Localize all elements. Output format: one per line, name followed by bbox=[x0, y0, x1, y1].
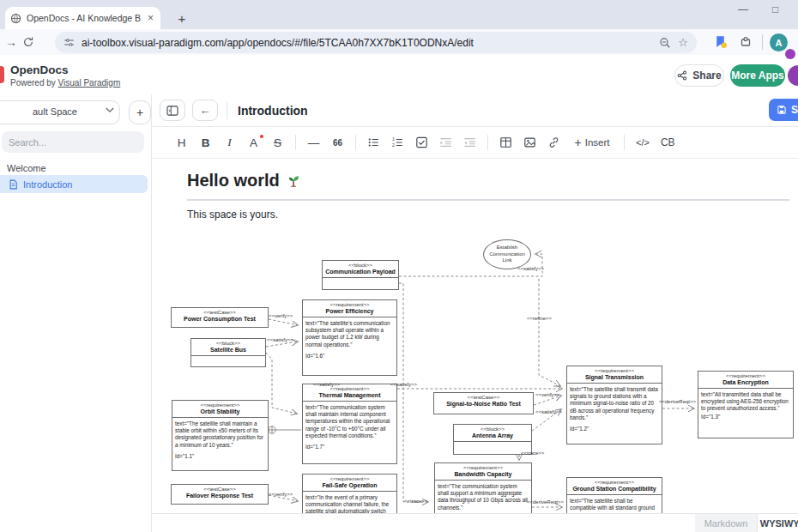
edge-label-satisfy: <<satisfy>> bbox=[517, 266, 544, 271]
save-icon bbox=[777, 105, 787, 115]
edge-label-satisfy: <<satisfy>> bbox=[535, 409, 562, 414]
favicon-globe-icon bbox=[10, 13, 21, 24]
app-header: OpenDocs Powered by Visual Paradigm Shar… bbox=[0, 55, 798, 95]
node-signal-to-noise-ratio-test: <<testCase>>Signal-to-Noise Ratio Test bbox=[433, 392, 534, 414]
edge-label-satisfy: <<satisfy>> bbox=[390, 382, 417, 387]
node-communication-payload: <<block>>Communication Payload bbox=[322, 260, 399, 290]
color-dot bbox=[260, 135, 263, 138]
divider bbox=[355, 135, 356, 150]
node-bandwidth-capacity: <<requirement>>Bandwidth Capacity text="… bbox=[434, 462, 532, 513]
editor-toolbar: H B I A S — 66 12 bbox=[152, 127, 798, 159]
sidebar-section-welcome: Welcome bbox=[7, 163, 46, 173]
node-thermal-management: <<requirement>>Thermal Management text="… bbox=[302, 384, 397, 464]
share-button[interactable]: Share bbox=[674, 64, 724, 87]
edge-label-verify: <<verify>> bbox=[269, 492, 293, 497]
italic-button[interactable]: I bbox=[223, 136, 236, 149]
outdent-button[interactable] bbox=[463, 136, 476, 148]
table-button[interactable] bbox=[499, 136, 512, 148]
edge-label-satisfy: <<satisfy>> bbox=[267, 337, 293, 342]
heading-button[interactable]: H bbox=[175, 136, 188, 149]
bold-button[interactable]: B bbox=[199, 136, 212, 149]
node-signal-transmission: <<requirement>>Signal Transmission text=… bbox=[566, 366, 662, 444]
reload-button[interactable] bbox=[22, 36, 45, 48]
zoom-out-icon[interactable] bbox=[659, 37, 671, 49]
bullet-list-button[interactable] bbox=[367, 136, 380, 148]
browser-window: OpenDocs - AI Knowledge Base × + — □ → a… bbox=[0, 0, 798, 532]
edge-label-verify: <<verify>> bbox=[535, 392, 559, 397]
node-power-efficiency: <<requirement>>Power Efficiency text="Th… bbox=[302, 299, 397, 376]
numbered-list-button[interactable]: 12 bbox=[391, 136, 404, 148]
node-failover-response-test: <<testCase>>Failover Response Test bbox=[171, 484, 269, 505]
forward-button[interactable]: → bbox=[0, 35, 22, 49]
user-avatar[interactable] bbox=[788, 65, 798, 86]
url-text: ai-toolbox.visual-paradigm.com/app/opend… bbox=[82, 37, 652, 49]
code-button[interactable]: </> bbox=[636, 137, 650, 148]
editor-header: ← Introduction Save bbox=[152, 94, 798, 127]
new-tab-button[interactable]: + bbox=[172, 8, 192, 28]
save-button[interactable]: Save bbox=[769, 99, 798, 121]
tab-wysiwyg[interactable]: WYSIWYG bbox=[758, 514, 798, 532]
powered-by: Powered by Visual Paradigm bbox=[10, 78, 120, 88]
app-logo bbox=[0, 66, 4, 83]
insert-button[interactable]: + Insert bbox=[571, 136, 613, 149]
site-info-icon[interactable] bbox=[63, 37, 75, 48]
edge-label-verify: <<verify>> bbox=[269, 313, 293, 318]
node-satellite-bus: <<block>>Satellite Bus bbox=[190, 338, 266, 367]
edge-label-trace: <<trace>> bbox=[521, 450, 544, 456]
browser-profile-avatar[interactable]: A bbox=[770, 33, 788, 51]
search-input[interactable] bbox=[2, 131, 144, 153]
more-apps-button[interactable]: More Apps bbox=[730, 64, 785, 87]
sidebar: ault Space + Welcome Introduction bbox=[0, 94, 152, 532]
visual-paradigm-link[interactable]: Visual Paradigm bbox=[58, 78, 121, 88]
tab-markdown[interactable]: Markdown bbox=[695, 514, 758, 532]
browser-tab[interactable]: OpenDocs - AI Knowledge Base × bbox=[5, 7, 160, 29]
toolbar-divider bbox=[762, 34, 763, 50]
horizontal-rule-button[interactable]: — bbox=[307, 136, 320, 149]
strikethrough-button[interactable]: S bbox=[271, 136, 284, 149]
svg-text:1: 1 bbox=[392, 136, 395, 142]
edge-label-derivereqt: <<deriveReqt>> bbox=[527, 499, 564, 505]
node-ground-station-compatibility: <<requirement>>Ground Station Compatibil… bbox=[566, 477, 662, 513]
document-content[interactable]: Hello world This space is yours. bbox=[152, 159, 798, 513]
document-icon bbox=[9, 179, 18, 190]
edge-label-trace: <<trace>> bbox=[404, 499, 427, 504]
bookmark-star-icon[interactable]: ☆ bbox=[678, 36, 688, 49]
doc-title: Introduction bbox=[238, 104, 308, 118]
usecase-establish-communication-link: Establish Communication Link bbox=[483, 239, 531, 269]
divider bbox=[295, 135, 296, 150]
edge-label-satisfy: <<satisfy>> bbox=[313, 382, 340, 387]
omnibox[interactable]: ai-toolbox.visual-paradigm.com/app/opend… bbox=[55, 32, 697, 53]
editor-mode-bar: Markdown WYSIWYG bbox=[152, 513, 798, 532]
node-orbit-stability: <<requirement>>Orbit Stability text="The… bbox=[172, 400, 269, 471]
window-minimize-button[interactable]: — bbox=[738, 3, 748, 15]
tab-title: OpenDocs - AI Knowledge Base bbox=[27, 13, 141, 23]
window-maximize-button[interactable]: □ bbox=[772, 3, 778, 15]
notification-dot bbox=[785, 49, 795, 59]
sidebar-item-introduction[interactable]: Introduction bbox=[0, 175, 148, 193]
chevron-down-icon bbox=[106, 107, 114, 113]
extensions-puzzle-icon[interactable] bbox=[739, 34, 753, 48]
divider bbox=[624, 135, 625, 150]
back-button[interactable]: ← bbox=[192, 100, 218, 121]
space-selector-label: ault Space bbox=[33, 106, 77, 117]
indent-button[interactable] bbox=[439, 136, 452, 148]
code-block-button[interactable]: CB bbox=[661, 136, 675, 148]
requirements-diagram[interactable]: Establish Communication Link <<block>>Co… bbox=[152, 159, 798, 513]
font-color-button[interactable]: A bbox=[247, 136, 260, 149]
tab-close-icon[interactable]: × bbox=[146, 12, 155, 24]
share-icon bbox=[677, 70, 687, 81]
node-power-consumption-test: <<testCase>>Power Consumption Test bbox=[171, 307, 269, 328]
app-title: OpenDocs bbox=[10, 63, 69, 76]
image-button[interactable] bbox=[523, 136, 536, 148]
toggle-sidebar-button[interactable] bbox=[160, 100, 185, 121]
svg-text:2: 2 bbox=[392, 142, 395, 148]
tab-strip: OpenDocs - AI Knowledge Base × + — □ bbox=[0, 0, 798, 29]
edge-label-derivereqt: <<deriveReqt>> bbox=[659, 399, 696, 404]
saved-bookmark-badge-icon[interactable] bbox=[713, 34, 728, 49]
checkbox-list-button[interactable] bbox=[415, 136, 428, 148]
node-fail-safe-operation: <<requirement>>Fail-Safe Operation text=… bbox=[302, 474, 397, 513]
add-space-button[interactable]: + bbox=[129, 100, 151, 124]
link-button[interactable] bbox=[547, 136, 560, 148]
quote-button[interactable]: 66 bbox=[331, 138, 344, 148]
edge-label-refine: <<refine>> bbox=[527, 316, 552, 321]
